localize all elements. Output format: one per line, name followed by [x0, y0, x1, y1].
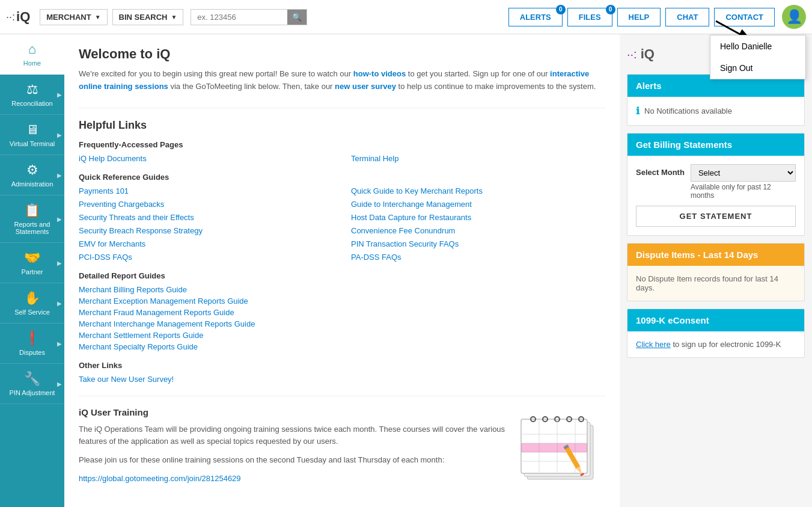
divider — [79, 108, 605, 108]
iq-logo-dots-icon: ··: — [627, 48, 637, 61]
chevron-right-icon: ▶ — [57, 340, 62, 347]
contact-button[interactable]: CONTACT — [714, 8, 775, 26]
quick-guide-key-merchant-link[interactable]: Quick Guide to Key Merchant Reports — [351, 185, 605, 197]
svg-rect-16 — [521, 443, 587, 452]
reconciliation-icon: ⚖ — [26, 82, 38, 97]
merchant-exception-link[interactable]: Merchant Exception Management Reports Gu… — [79, 295, 605, 307]
chevron-right-icon: ▶ — [57, 300, 62, 307]
security-threats-link[interactable]: Security Threats and their Effects — [79, 212, 333, 223]
logo-dots-icon: ··: — [6, 11, 15, 22]
chevron-right-icon: ▶ — [57, 216, 62, 223]
no-notifications-text: No Notifications available — [644, 106, 732, 115]
sidebar-item-label: Reconciliation — [11, 100, 52, 107]
user-dropdown: Hello Danielle Sign Out — [710, 35, 806, 79]
guide-interchange-link[interactable]: Guide to Interchange Management — [351, 198, 605, 210]
security-breach-link[interactable]: Security Breach Response Strategy — [79, 225, 333, 236]
signout-item[interactable]: Sign Out — [710, 57, 805, 79]
merchant-billing-link[interactable]: Merchant Billing Reports Guide — [79, 284, 605, 295]
search-button[interactable]: 🔍 — [287, 10, 307, 25]
alert-info: ℹ No Notifications available — [636, 105, 796, 117]
terminal-help-link[interactable]: Terminal Help — [351, 153, 605, 164]
sidebar-item-label: Reports and Statements — [2, 221, 62, 235]
sidebar-item-virtual-terminal[interactable]: 🖥 Virtual Terminal ▶ — [0, 115, 64, 155]
alerts-badge: 0 — [556, 5, 566, 14]
sidebar-item-self-service[interactable]: ✋ Self Service ▶ — [0, 283, 64, 324]
virtual-terminal-icon: 🖥 — [26, 122, 39, 138]
chat-button[interactable]: CHAT — [665, 8, 709, 26]
select-month-label: Select Month — [636, 164, 685, 177]
sidebar-item-label: Home — [23, 60, 41, 67]
partner-icon: 🤝 — [24, 250, 40, 266]
merchant-interchange-link[interactable]: Merchant Interchange Management Reports … — [79, 318, 605, 330]
pa-dss-link[interactable]: PA-DSS FAQs — [351, 251, 605, 263]
sidebar-item-label: Self Service — [14, 309, 50, 316]
alerts-card-body: ℹ No Notifications available — [627, 97, 804, 125]
sidebar-item-administration[interactable]: ⚙ Administration ▶ — [0, 155, 64, 195]
sidebar-item-partner[interactable]: 🤝 Partner ▶ — [0, 243, 64, 283]
pin-transaction-link[interactable]: PIN Transaction Security FAQs — [351, 238, 605, 250]
page-title: Welcome to iQ — [79, 46, 605, 62]
iq-help-docs-link[interactable]: iQ Help Documents — [79, 153, 333, 164]
quick-ref-links: Payments 101 Quick Guide to Key Merchant… — [79, 185, 605, 263]
select-month-input: Select Available only for past 12 months — [691, 164, 796, 200]
user-survey-link[interactable]: new user survey — [335, 82, 396, 91]
econsent-link[interactable]: Click here — [636, 340, 671, 349]
alerts-card: Alerts ℹ No Notifications available — [627, 74, 805, 126]
merchant-fraud-link[interactable]: Merchant Fraud Management Reports Guide — [79, 307, 605, 318]
divider-2 — [79, 396, 605, 396]
new-user-survey-link[interactable]: Take our New User Survey! — [79, 373, 605, 385]
iq-logo-text: iQ — [641, 46, 655, 62]
training-sessions-link[interactable]: interactive online training sessions — [79, 69, 589, 91]
preventing-chargebacks-link[interactable]: Preventing Chargebacks — [79, 198, 333, 210]
dispute-card: Dispute Items - Last 14 Days No Dispute … — [627, 243, 805, 301]
sidebar-item-reports-statements[interactable]: 📋 Reports and Statements ▶ — [0, 195, 64, 243]
chevron-right-icon: ▶ — [57, 132, 62, 138]
how-to-videos-link[interactable]: how-to videos — [353, 69, 406, 78]
user-avatar[interactable]: 👤 — [782, 5, 806, 29]
sidebar-item-pin-adjustment[interactable]: 🔧 PIN Adjustment ▶ — [0, 364, 64, 404]
billing-card-body: Select Month Select Available only for p… — [627, 156, 804, 235]
select-month-row: Select Month Select Available only for p… — [636, 164, 796, 200]
pin-adjustment-icon: 🔧 — [24, 371, 40, 387]
hello-user: Hello Danielle — [710, 35, 805, 57]
host-data-capture-link[interactable]: Host Data Capture for Restaurants — [351, 212, 605, 223]
pci-dss-link[interactable]: PCI-DSS FAQs — [79, 251, 333, 263]
logo-area: ··: iQ — [6, 9, 30, 25]
sidebar-item-disputes[interactable]: ❗ Disputes ▶ — [0, 324, 64, 364]
chevron-right-icon: ▶ — [57, 172, 62, 179]
quick-ref-title: Quick Reference Guides — [79, 173, 605, 182]
merchant-dropdown-arrow: ▼ — [95, 14, 101, 20]
files-button[interactable]: FILES 0 — [567, 8, 612, 26]
helpful-links-title: Helpful Links — [79, 119, 605, 132]
detailed-report-title: Detailed Report Guides — [79, 271, 605, 280]
bin-search-dropdown[interactable]: BIN SEARCH ▼ — [112, 9, 184, 25]
chevron-right-icon: ▶ — [57, 91, 62, 98]
self-service-icon: ✋ — [24, 290, 40, 306]
frequently-accessed-links: iQ Help Documents Terminal Help — [79, 153, 605, 164]
emv-merchants-link[interactable]: EMV for Merchants — [79, 238, 333, 250]
merchant-settlement-link[interactable]: Merchant Settlement Reports Guide — [79, 330, 605, 341]
sidebar-item-label: Partner — [21, 268, 43, 275]
month-select[interactable]: Select — [691, 164, 796, 182]
payments-101-link[interactable]: Payments 101 — [79, 185, 333, 197]
get-statement-button[interactable]: GET STATEMENT — [636, 206, 796, 227]
right-panel: ··: iQ Alerts ℹ No Notifications availab… — [620, 34, 812, 507]
welcome-text: We're excited for you to begin using thi… — [79, 68, 605, 93]
sidebar-item-label: Disputes — [19, 349, 45, 356]
convenience-fee-link[interactable]: Convenience Fee Conundrum — [351, 225, 605, 236]
help-button[interactable]: HELP — [617, 8, 661, 26]
training-section: iQ User Training The iQ Operations Team … — [79, 407, 605, 484]
search-input[interactable] — [191, 10, 287, 25]
sidebar-item-home[interactable]: ⌂ Home — [0, 34, 64, 75]
merchant-specialty-link[interactable]: Merchant Specialty Reports Guide — [79, 341, 605, 352]
home-icon: ⌂ — [28, 41, 36, 57]
search-bar: 🔍 — [191, 9, 307, 25]
sidebar-item-reconciliation[interactable]: ⚖ Reconciliation ▶ — [0, 75, 64, 115]
top-nav: ··: iQ MERCHANT ▼ BIN SEARCH ▼ 🔍 ALERTS … — [0, 0, 812, 34]
dispute-card-body: No Dispute Item records found for last 1… — [627, 266, 804, 301]
sidebar: ⌂ Home ⚖ Reconciliation ▶ 🖥 Virtual Term… — [0, 34, 64, 507]
econsent-card-header: 1099-K eConsent — [627, 309, 804, 331]
chevron-right-icon: ▶ — [57, 381, 62, 387]
alerts-button[interactable]: ALERTS 0 — [508, 8, 563, 26]
merchant-dropdown[interactable]: MERCHANT ▼ — [40, 9, 107, 25]
